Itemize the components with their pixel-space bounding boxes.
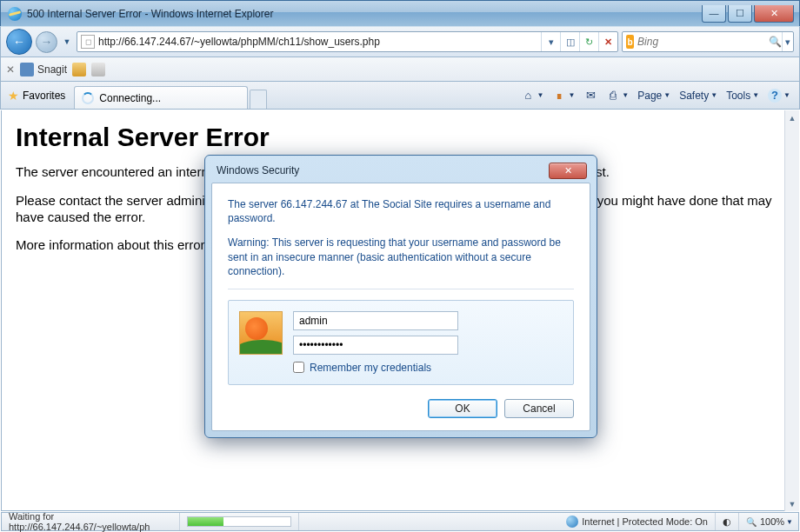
scroll-down-icon[interactable]: ▼ (785, 496, 799, 511)
snagit-label: Snagit (37, 63, 67, 76)
readmail-button[interactable]: ✉ (580, 87, 601, 104)
snagit-tool-1[interactable] (72, 63, 86, 76)
search-box[interactable]: b 🔍 ▾ (622, 31, 794, 52)
print-button[interactable]: ⎙▼ (603, 87, 632, 104)
snagit-icon (20, 63, 34, 76)
new-tab-button[interactable] (250, 90, 267, 109)
zone-label: Internet | Protected Mode: On (582, 516, 708, 527)
home-icon: ⌂ (521, 89, 535, 103)
error-paragraph-3: More information about this error may be… (16, 237, 784, 254)
page-menu[interactable]: Page▼ (634, 88, 674, 103)
back-button[interactable]: ← (6, 29, 32, 55)
feeds-button[interactable]: ∎▼ (549, 87, 578, 104)
minimize-button[interactable]: — (702, 5, 726, 23)
star-icon: ★ (8, 89, 19, 103)
address-bar[interactable]: ◻ ▾ ◫ ↻ ✕ (77, 31, 618, 52)
favorites-label: Favorites (23, 90, 65, 102)
stop-button[interactable]: ✕ (598, 32, 617, 51)
navigation-bar: ← → ▼ ◻ ▾ ◫ ↻ ✕ b 🔍 ▾ (0, 26, 800, 57)
error-paragraph-2: Please contact the server administrator … (16, 193, 784, 226)
compat-view-icon[interactable]: ◫ (560, 32, 579, 51)
ie-icon (8, 7, 22, 21)
nav-history-dropdown[interactable]: ▼ (61, 31, 73, 52)
bing-icon: b (626, 35, 634, 49)
toolbar-close-icon[interactable]: ✕ (6, 63, 15, 76)
zoom-dropdown[interactable]: ▼ (786, 518, 793, 526)
zoom-out-button[interactable]: 🔍 (744, 515, 758, 528)
progress-cell (180, 513, 299, 530)
snagit-tool-2[interactable] (91, 63, 105, 76)
vertical-scrollbar[interactable]: ▲ ▼ (784, 110, 799, 511)
search-input[interactable] (637, 33, 769, 50)
loading-spinner-icon (82, 92, 94, 104)
protected-mode-icon[interactable]: ◐ (716, 513, 739, 530)
security-zone[interactable]: Internet | Protected Mode: On (559, 513, 716, 530)
zoom-controls: 🔍 100% ▼ (739, 515, 798, 528)
tab-strip: Connecting... (74, 82, 267, 109)
globe-icon (566, 515, 578, 528)
rss-icon: ∎ (552, 89, 566, 103)
search-dropdown[interactable]: ▾ (782, 32, 793, 51)
tools-menu[interactable]: Tools▼ (723, 88, 763, 103)
addon-toolbar: ✕ Snagit (0, 57, 800, 82)
status-text: Waiting for http://66.147.244.67/~yellow… (2, 513, 180, 530)
home-button[interactable]: ⌂▼ (517, 87, 547, 104)
mail-icon: ✉ (583, 89, 597, 103)
address-dropdown[interactable]: ▾ (541, 32, 560, 51)
command-bar: ★ Favorites Connecting... ⌂▼ ∎▼ ✉ ⎙▼ Pag… (0, 82, 800, 110)
window-close-button[interactable]: ✕ (754, 5, 794, 23)
page-heading: Internal Server Error (16, 123, 784, 152)
page-icon: ◻ (81, 35, 95, 49)
progress-bar (187, 516, 291, 527)
zoom-level: 100% (760, 516, 784, 527)
help-button[interactable]: ?▼ (764, 87, 794, 104)
url-input[interactable] (98, 33, 541, 50)
snagit-button[interactable]: Snagit (20, 63, 67, 76)
tab-label: Connecting... (99, 92, 161, 104)
refresh-button[interactable]: ↻ (579, 32, 598, 51)
printer-icon: ⎙ (606, 89, 620, 103)
error-paragraph-1: The server encountered an internal error… (16, 164, 784, 181)
favorites-button[interactable]: ★ Favorites (1, 82, 72, 109)
tab-connecting[interactable]: Connecting... (74, 86, 248, 109)
search-button[interactable]: 🔍 (769, 36, 782, 48)
window-title: 500 Internal Server Error - Windows Inte… (27, 8, 700, 20)
safety-menu[interactable]: Safety▼ (676, 88, 721, 103)
page-content: Internal Server Error The server encount… (1, 110, 799, 511)
status-bar: Waiting for http://66.147.244.67/~yellow… (1, 512, 799, 531)
scroll-up-icon[interactable]: ▲ (785, 110, 799, 125)
help-icon: ? (768, 89, 782, 103)
window-titlebar: 500 Internal Server Error - Windows Inte… (0, 0, 800, 26)
maximize-button[interactable]: ☐ (728, 5, 752, 23)
forward-button[interactable]: → (36, 31, 57, 53)
